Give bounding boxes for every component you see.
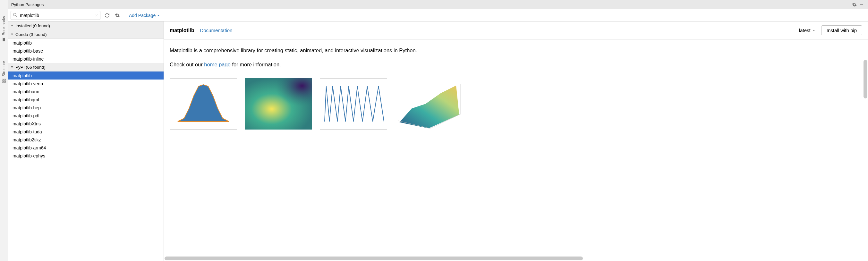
package-item[interactable]: matplotlib-ephys	[8, 152, 163, 160]
horizontal-scrollbar[interactable]	[164, 257, 862, 260]
search-input[interactable]	[10, 11, 100, 20]
section-installed-label: Installed (0 found)	[16, 24, 50, 28]
detail-header: matplotlib Documentation latest Install …	[164, 22, 868, 39]
install-button[interactable]: Install with pip	[821, 25, 862, 35]
search-clear-button[interactable]	[95, 13, 98, 18]
thumbnail-3d-surface	[395, 78, 462, 130]
description-2: Check out our home page for more informa…	[170, 61, 862, 69]
section-conda-label: Conda (3 found)	[16, 32, 47, 37]
thumbnail-heatmap	[245, 78, 312, 130]
package-detail: matplotlib Documentation latest Install …	[164, 22, 868, 261]
bookmark-icon	[2, 37, 6, 42]
svg-rect-1	[2, 81, 3, 83]
version-label: latest	[799, 28, 811, 33]
chevron-down-icon: ▼	[10, 33, 13, 36]
version-select[interactable]: latest	[799, 28, 815, 33]
minimize-icon	[859, 2, 864, 7]
preview-thumbnails	[170, 78, 862, 130]
package-item[interactable]: matplotlibaux	[8, 88, 163, 96]
section-installed[interactable]: ▼ Installed (0 found)	[8, 22, 163, 30]
rail-structure[interactable]: Structure	[2, 61, 6, 83]
chevron-down-icon	[157, 13, 160, 18]
panel-minimize-button[interactable]	[858, 1, 865, 8]
package-item[interactable]: matplotlib-inline	[8, 55, 163, 63]
section-pypi[interactable]: ▼ PyPI (66 found)	[8, 63, 163, 71]
rail-structure-label: Structure	[2, 61, 6, 77]
package-item[interactable]: matplotlibqml	[8, 96, 163, 104]
detail-body: Matplotlib is a comprehensive library fo…	[164, 39, 868, 261]
package-item[interactable]: matplotlib-base	[8, 47, 163, 55]
rail-bookmarks-label: Bookmarks	[2, 16, 6, 35]
add-package-button[interactable]: Add Package	[129, 13, 160, 18]
section-conda[interactable]: ▼ Conda (3 found)	[8, 30, 163, 39]
chevron-down-icon: ▼	[10, 24, 13, 27]
package-item[interactable]: matplotlib-hep	[8, 104, 163, 111]
description-1: Matplotlib is a comprehensive library fo…	[170, 46, 862, 55]
package-item[interactable]: matplotlib-tuda	[8, 128, 163, 136]
gear-icon	[115, 13, 120, 18]
toolbar: Add Package	[8, 9, 868, 22]
package-item[interactable]: matplotlibXtns	[8, 120, 163, 128]
thumbnail-spikes	[320, 78, 387, 130]
panel-settings-button[interactable]	[851, 1, 858, 8]
package-item[interactable]: matplotlib-arm64	[8, 144, 163, 152]
settings-button[interactable]	[114, 12, 121, 19]
home-page-link[interactable]: home page	[204, 62, 230, 67]
rail-bookmarks[interactable]: Bookmarks	[2, 16, 6, 42]
reload-icon	[104, 13, 110, 18]
svg-rect-2	[2, 79, 3, 80]
detail-title: matplotlib	[170, 28, 194, 33]
package-item[interactable]: matplotlib2tikz	[8, 136, 163, 144]
thumbnail-histogram	[170, 78, 237, 130]
package-item[interactable]: matplotlib	[8, 71, 163, 79]
package-item[interactable]: matplotlib	[8, 39, 163, 47]
package-item[interactable]: matplotlib-venn	[8, 79, 163, 88]
search-wrap	[10, 11, 100, 20]
section-pypi-label: PyPI (66 found)	[16, 65, 45, 70]
svg-marker-11	[399, 86, 459, 129]
package-list: ▼ Installed (0 found) ▼ Conda (3 found) …	[8, 22, 164, 261]
reload-button[interactable]	[103, 12, 111, 19]
chevron-down-icon: ▼	[10, 65, 13, 69]
documentation-link[interactable]: Documentation	[200, 28, 232, 33]
add-package-label: Add Package	[129, 13, 156, 18]
chevron-down-icon	[812, 28, 815, 33]
svg-rect-10	[245, 78, 312, 130]
structure-icon	[2, 78, 6, 83]
vertical-scrollbar[interactable]	[864, 60, 867, 98]
gear-icon	[852, 2, 857, 7]
panel-title: Python Packages	[11, 2, 851, 7]
close-icon	[95, 13, 98, 17]
panel-header: Python Packages	[8, 0, 868, 9]
svg-rect-3	[4, 79, 5, 80]
svg-rect-0	[4, 81, 5, 83]
left-tool-rail: Bookmarks Structure	[0, 0, 8, 261]
package-item[interactable]: matplotlib-pdf	[8, 111, 163, 120]
